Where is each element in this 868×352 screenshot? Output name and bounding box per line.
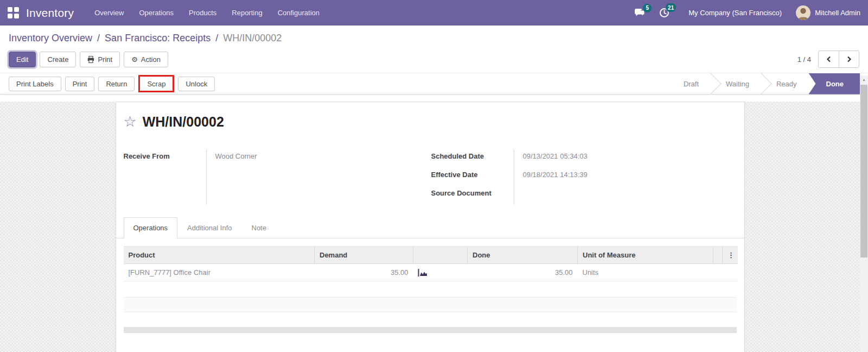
control-panel: Edit Create Print ⚙ Action 1 / 4: [0, 47, 868, 73]
edit-button[interactable]: Edit: [9, 52, 36, 67]
pager-previous-button[interactable]: [819, 51, 839, 67]
print-button-secondary[interactable]: Print: [65, 77, 95, 91]
scheduled-date-value: 09/13/2021 05:34:03: [514, 149, 731, 168]
form-statusbar: Print Labels Print Return Scrap Unlock D…: [0, 73, 860, 95]
column-header-product[interactable]: Product: [124, 247, 315, 264]
cell-demand: 35.00: [315, 264, 413, 281]
unlock-button[interactable]: Unlock: [178, 77, 215, 91]
scrap-button[interactable]: Scrap: [140, 77, 173, 91]
tab-additional-info[interactable]: Additional Info: [177, 217, 241, 238]
scrap-highlight-annotation: Scrap: [138, 75, 174, 92]
effective-date-value: 09/18/2021 14:13:39: [514, 168, 731, 186]
breadcrumb: Inventory Overview / San Francisco: Rece…: [0, 26, 868, 47]
cell-done: 35.00: [468, 264, 578, 281]
cell-uom: Units: [578, 264, 713, 281]
user-menu[interactable]: Mitchell Admin: [796, 5, 860, 20]
chevron-left-icon: [826, 56, 832, 62]
print-button[interactable]: Print: [80, 52, 120, 67]
company-switcher[interactable]: My Company (San Francisco): [688, 9, 782, 17]
breadcrumb-separator: /: [213, 33, 220, 43]
stage-done[interactable]: Done: [809, 73, 860, 95]
breadcrumb-separator: /: [95, 33, 102, 43]
cell-product[interactable]: [FURN_7777] Office Chair: [124, 264, 315, 281]
messages-icon[interactable]: 5: [634, 8, 645, 18]
pager: 1 / 4: [797, 51, 859, 68]
vertical-scrollbar[interactable]: ▲: [860, 76, 868, 352]
breadcrumb-inventory-overview[interactable]: Inventory Overview: [9, 33, 92, 43]
chevron-right-icon: [846, 56, 852, 62]
scrollbar-thumb[interactable]: [860, 85, 867, 257]
activities-badge: 21: [666, 3, 676, 12]
menu-configuration[interactable]: Configuration: [270, 0, 327, 26]
main-menu: Overview Operations Products Reporting C…: [87, 0, 327, 26]
action-button[interactable]: ⚙ Action: [124, 52, 168, 67]
top-navbar: Inventory Overview Operations Products R…: [0, 0, 868, 26]
printer-icon: [87, 56, 94, 63]
form-sheet: ☆ WH/IN/00002 Receive From Wood Corner: [116, 102, 745, 352]
receive-from-value: Wood Corner: [207, 149, 424, 168]
horizontal-scrollbar[interactable]: [124, 327, 737, 333]
pager-count: 1 / 4: [797, 55, 811, 64]
operations-table: Product Demand Done Unit of Measure ⋮ [F…: [124, 246, 738, 281]
breadcrumb-current: WH/IN/00002: [223, 33, 282, 43]
notebook-tabs: Operations Additional Info Note: [116, 217, 744, 238]
column-header-done[interactable]: Done: [468, 247, 578, 264]
status-pipeline: Draft Waiting Ready Done: [668, 73, 860, 95]
empty-list-row: [124, 312, 737, 327]
column-header-spacer: [713, 247, 723, 264]
tab-note[interactable]: Note: [242, 217, 276, 238]
apps-menu-icon[interactable]: [8, 7, 19, 18]
scrollbar-up-arrow-icon[interactable]: ▲: [860, 76, 868, 84]
favorite-star-icon[interactable]: ☆: [124, 115, 137, 129]
menu-overview[interactable]: Overview: [87, 0, 131, 26]
app-title[interactable]: Inventory: [26, 7, 74, 20]
print-labels-button[interactable]: Print Labels: [9, 77, 61, 91]
messages-badge: 5: [643, 4, 652, 12]
tab-operations[interactable]: Operations: [124, 217, 178, 238]
table-row[interactable]: [FURN_7777] Office Chair 35.00: [124, 264, 738, 281]
page-title: WH/IN/00002: [143, 114, 224, 130]
user-name: Mitchell Admin: [815, 9, 860, 17]
scheduled-date-label: Scheduled Date: [431, 149, 514, 168]
create-button[interactable]: Create: [40, 52, 76, 67]
empty-list-row: [124, 297, 737, 312]
left-field-group: Receive From Wood Corner: [124, 149, 424, 205]
source-document-value: [514, 186, 731, 205]
systray: 5 21 My Company (San Francisco) Mitchell…: [627, 5, 860, 20]
empty-list-row: [124, 281, 737, 297]
source-document-label: Source Document: [431, 186, 514, 205]
stage-draft[interactable]: Draft: [668, 73, 711, 95]
effective-date-label: Effective Date: [431, 168, 514, 186]
form-view-background: ☆ WH/IN/00002 Receive From Wood Corner: [0, 102, 860, 352]
stage-ready[interactable]: Ready: [761, 73, 809, 95]
menu-operations[interactable]: Operations: [131, 0, 181, 26]
stage-waiting[interactable]: Waiting: [711, 73, 761, 95]
column-header-graph: [413, 247, 468, 264]
gear-icon: ⚙: [131, 55, 138, 64]
column-header-demand[interactable]: Demand: [315, 247, 413, 264]
menu-reporting[interactable]: Reporting: [224, 0, 270, 26]
right-field-group: Scheduled Date Effective Date Source Doc…: [431, 149, 731, 205]
optional-columns-toggle-icon[interactable]: ⋮: [723, 247, 738, 264]
breadcrumb-receipts[interactable]: San Francisco: Receipts: [105, 33, 210, 43]
receive-from-label: Receive From: [124, 149, 206, 168]
column-header-uom[interactable]: Unit of Measure: [578, 247, 713, 264]
menu-products[interactable]: Products: [181, 0, 224, 26]
pager-next-button[interactable]: [839, 51, 859, 67]
activities-icon[interactable]: 21: [659, 8, 669, 18]
user-avatar: [796, 5, 810, 20]
forecast-graph-icon[interactable]: [418, 269, 428, 277]
return-button[interactable]: Return: [98, 77, 135, 91]
